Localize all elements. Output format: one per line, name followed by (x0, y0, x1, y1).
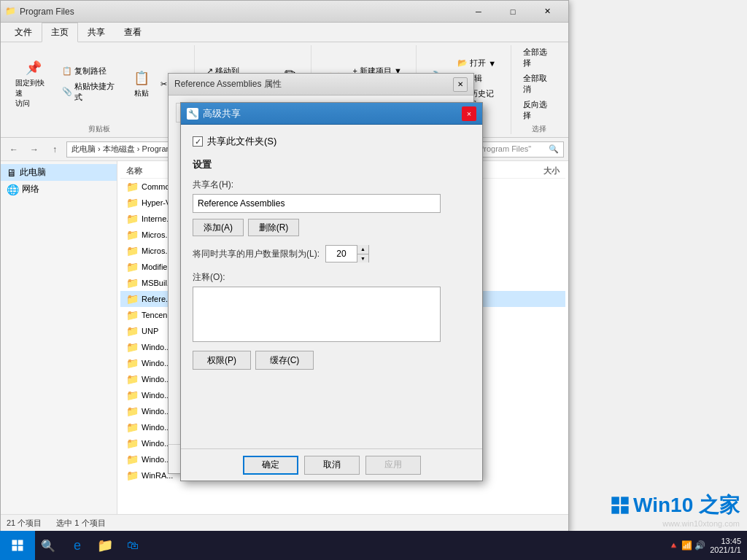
advanced-sharing-title: 高级共享 (203, 107, 462, 120)
select-all-button[interactable]: 全部选择 (520, 45, 558, 70)
svg-rect-6 (611, 506, 619, 514)
folder-icon: 📁 (126, 454, 139, 465)
properties-close-button[interactable]: ✕ (453, 77, 468, 92)
minimize-button[interactable]: ─ (462, 1, 495, 23)
folder-icon: 📁 (126, 405, 139, 417)
spinner-up-button[interactable]: ▲ (357, 245, 368, 254)
win-logo-icon (610, 495, 630, 516)
svg-rect-2 (12, 546, 18, 551)
taskbar-edge-icon[interactable]: e (64, 531, 90, 560)
sidebar-item-network[interactable]: 🌐 网络 (1, 181, 117, 198)
window-title: Program Files (20, 7, 462, 17)
start-button[interactable] (0, 531, 35, 560)
select-items: 全部选择 全部取消 反向选择 (520, 45, 558, 122)
remove-button[interactable]: 删除(R) (248, 219, 299, 236)
comment-input[interactable] (193, 287, 441, 342)
folder-icon: 📁 (126, 421, 139, 433)
tray-date: 2021/1/1 (710, 545, 741, 554)
watermark: Win10 之家 www.win10xtong.com (610, 491, 740, 528)
pin-icon: 📌 (25, 59, 42, 77)
spinner-down-button[interactable]: ▼ (357, 254, 368, 263)
adv-ok-button[interactable]: 确定 (243, 456, 298, 475)
limit-label: 将同时共享的用户数量限制为(L): (193, 248, 320, 260)
network-label: 网络 (22, 183, 39, 195)
folder-icon: 📁 (126, 357, 139, 369)
tab-view[interactable]: 查看 (115, 23, 151, 42)
tab-home[interactable]: 主页 (42, 23, 78, 42)
forward-button[interactable]: → (26, 141, 43, 158)
folder-icon: 📁 (126, 470, 139, 481)
adv-cancel-button[interactable]: 取消 (304, 456, 360, 475)
tab-file[interactable]: 文件 (5, 23, 42, 42)
tray-time: 13:45 (721, 537, 741, 545)
taskbar-tray: 🔺 📶 🔊 13:45 2021/1/1 (668, 537, 748, 554)
advanced-sharing-footer: 确定 取消 应用 (181, 448, 482, 481)
pin-to-quick-access-button[interactable]: 📌 固定到快速访问 (11, 56, 56, 112)
edge-icon: e (74, 538, 81, 553)
permissions-button[interactable]: 权限(P) (193, 351, 251, 370)
tab-share[interactable]: 共享 (78, 23, 115, 42)
share-name-label: 共享名(H): (193, 179, 471, 191)
settings-section-title: 设置 (193, 158, 471, 171)
clipboard-items: 📌 固定到快速访问 📋 复制路径 📎 粘贴快捷方式 (11, 45, 188, 122)
paste-button[interactable]: 📋 粘贴 (128, 66, 155, 101)
up-button[interactable]: ↑ (46, 141, 63, 158)
svg-rect-1 (18, 540, 23, 545)
folder-icon: 📁 (126, 229, 139, 241)
ribbon-tabs: 文件 主页 共享 查看 (1, 23, 568, 42)
comment-label: 注释(O): (193, 271, 471, 284)
spinner-buttons: ▲ ▼ (357, 245, 368, 262)
back-button[interactable]: ← (5, 141, 23, 158)
share-folder-checkbox[interactable]: ✓ (193, 136, 203, 147)
tray-clock: 13:45 2021/1/1 (710, 537, 741, 554)
paste-shortcut-icon: 📎 (62, 87, 72, 96)
ribbon-group-select: 全部选择 全部取消 反向选择 选择 (514, 45, 564, 134)
share-folder-checkbox-row: ✓ 共享此文件夹(S) (193, 135, 471, 148)
folder-icon: 📁 (126, 325, 139, 337)
folder-icon: 📁 (126, 277, 139, 289)
copy-button[interactable]: 📋 复制路径 (59, 64, 125, 78)
add-remove-buttons: 添加(A) 删除(R) (193, 219, 471, 236)
select-none-button[interactable]: 全部取消 (520, 71, 558, 96)
user-limit-spinner[interactable]: 20 ▲ ▼ (325, 245, 369, 262)
taskbar-search-button[interactable]: 🔍 (35, 531, 61, 560)
paste-shortcut-button[interactable]: 📎 粘贴快捷方式 (59, 79, 125, 104)
adv-apply-button[interactable]: 应用 (365, 456, 421, 475)
folder-icon: 📁 (126, 261, 139, 273)
advanced-sharing-close-button[interactable]: × (462, 106, 476, 121)
open-button[interactable]: 📂 打开 ▼ (454, 56, 505, 70)
folder-icon: 📁 (126, 293, 139, 305)
spinner-value: 20 (326, 249, 357, 259)
svg-rect-4 (611, 497, 619, 505)
taskbar-explorer-icon[interactable]: 📁 (92, 531, 118, 560)
permissions-caching-buttons: 权限(P) 缓存(C) (193, 351, 471, 370)
taskbar-store-icon[interactable]: 🛍 (120, 531, 146, 560)
folder-icon: 📁 (126, 389, 139, 401)
share-name-input[interactable]: Reference Assemblies (193, 194, 441, 213)
store-icon: 🛍 (127, 539, 139, 552)
close-button[interactable]: ✕ (530, 1, 564, 23)
add-button[interactable]: 添加(A) (193, 219, 244, 236)
maximize-button[interactable]: □ (496, 1, 530, 23)
search-icon: 🔍 (549, 144, 559, 154)
taskbar-pinned-apps: e 📁 🛍 (61, 531, 149, 560)
scissors-icon: ✂ (160, 79, 167, 89)
svg-rect-7 (621, 506, 629, 514)
tray-icons: 🔺 📶 🔊 (668, 540, 706, 551)
select-label: 选择 (532, 124, 546, 134)
folder-icon: 📁 (126, 245, 139, 257)
taskbar: 🔍 e 📁 🛍 🔺 📶 🔊 13:45 2021/1/1 (0, 531, 747, 560)
advanced-sharing-icon: 🔧 (187, 108, 198, 120)
open-icon: 📂 (457, 58, 468, 68)
share-folder-label: 共享此文件夹(S) (207, 135, 276, 148)
title-bar: 📁 Program Files ─ □ ✕ (1, 1, 568, 23)
this-pc-label: 此电脑 (20, 166, 46, 179)
invert-selection-button[interactable]: 反向选择 (520, 98, 558, 122)
sidebar-item-this-pc[interactable]: 🖥 此电脑 (1, 164, 117, 181)
windows-logo (11, 539, 24, 552)
folder-icon: 📁 (126, 438, 139, 449)
caching-button[interactable]: 缓存(C) (255, 351, 314, 370)
selected-count: 选中 1 个项目 (56, 518, 105, 529)
properties-title-bar: Reference Assemblies 属性 ✕ (169, 74, 473, 96)
folder-icon: 📁 (126, 197, 139, 209)
